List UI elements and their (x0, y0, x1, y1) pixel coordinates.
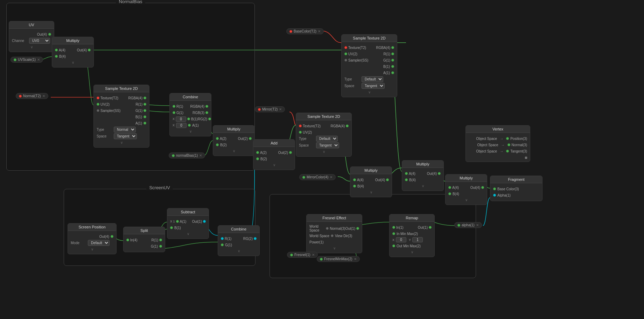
fresnelminmax-port[interactable] (320, 258, 323, 261)
st2-expand[interactable]: ∨ (344, 90, 394, 95)
sub-out[interactable] (203, 220, 206, 223)
m4-a-in[interactable] (405, 172, 408, 175)
m5-out[interactable] (481, 186, 484, 189)
st2-b-out[interactable] (391, 65, 394, 68)
m3-a-in[interactable] (353, 178, 356, 181)
alpha1-port[interactable] (457, 224, 460, 227)
st1-r-out[interactable] (144, 103, 146, 106)
multiply1-expand[interactable]: ∨ (55, 60, 91, 65)
st1-expand[interactable]: ∨ (97, 140, 146, 145)
remap-inminmax-in[interactable] (392, 232, 395, 235)
add1-a-in[interactable] (256, 151, 259, 154)
remap-x-val[interactable]: 0 (396, 237, 406, 242)
c1-expand[interactable]: ∨ (173, 129, 208, 134)
fresnel-effect-expand[interactable]: ∨ (309, 246, 359, 251)
st2-texture-in[interactable] (344, 46, 347, 49)
frag-basecolor-in[interactable] (493, 187, 496, 190)
c1-a-in[interactable] (188, 124, 191, 127)
split-r-out[interactable] (159, 239, 162, 241)
m5-a-in[interactable] (448, 186, 451, 189)
st3-expand[interactable]: ∨ (299, 149, 349, 154)
st2-sampler-in[interactable] (344, 59, 347, 62)
uv-expand[interactable]: ∨ (12, 44, 51, 50)
st1-space-select[interactable]: Tangent (114, 133, 137, 139)
multiply1-out[interactable] (88, 49, 91, 51)
uvscale-close[interactable]: ✕ (37, 58, 40, 62)
basecolor-close[interactable]: ✕ (318, 29, 321, 33)
alpha1-close[interactable]: ✕ (476, 223, 479, 227)
st1-uv-in[interactable] (97, 103, 99, 106)
mirrorcolor-close[interactable]: ✕ (330, 175, 332, 179)
subtract-expand[interactable]: ∨ (170, 231, 206, 236)
multiply1-b-in[interactable] (55, 55, 58, 58)
fresnelminmax-close[interactable]: ✕ (354, 257, 357, 261)
st3-texture-in[interactable] (299, 125, 302, 127)
mirrort2-port[interactable] (258, 108, 261, 111)
c2-g-in[interactable] (221, 243, 224, 246)
m3-b-in[interactable] (353, 185, 356, 187)
m4-expand[interactable]: ∨ (405, 183, 441, 189)
m5-b-in[interactable] (448, 192, 451, 195)
multiply1-a-in[interactable] (55, 49, 58, 51)
sub-b-in[interactable] (170, 226, 173, 229)
uv-channel-select[interactable]: UV0 (29, 38, 50, 44)
remap-outminmax-in[interactable] (392, 244, 395, 247)
remap-y-val[interactable]: 1 (412, 237, 423, 242)
vertex-pos-out[interactable] (506, 137, 509, 140)
st3-rgba-out[interactable] (346, 125, 349, 127)
remap-out[interactable] (429, 226, 432, 229)
combine2-expand[interactable]: ∨ (221, 248, 257, 254)
normalt2-close[interactable]: ✕ (42, 94, 45, 98)
mirrorcolor-port[interactable] (302, 176, 305, 179)
vertex-normal-out[interactable] (507, 143, 510, 146)
mirrort2-close[interactable]: ✕ (279, 107, 282, 111)
frag-alpha-in[interactable] (493, 194, 496, 197)
m5-expand[interactable]: ∨ (448, 197, 484, 203)
m3-expand[interactable]: ∨ (353, 190, 389, 195)
c2-r-in[interactable] (221, 237, 224, 240)
c1-r-in[interactable] (173, 105, 175, 108)
st1-texture-in[interactable] (97, 97, 99, 99)
uv-out-port[interactable] (48, 33, 51, 36)
m4-b-in[interactable] (405, 178, 408, 181)
st2-type-select[interactable]: Default (362, 76, 383, 82)
basecolor-port[interactable] (289, 30, 292, 33)
st1-a-out[interactable] (144, 122, 146, 125)
c2-rg-out[interactable] (254, 237, 257, 240)
st2-rgba-out[interactable] (391, 46, 394, 49)
m4-out[interactable] (438, 172, 441, 175)
fe-normal-in[interactable] (326, 227, 329, 230)
c1-b-in[interactable] (187, 118, 190, 120)
add1-out[interactable] (289, 151, 292, 154)
screen-pos-mode-select[interactable]: Default (88, 240, 110, 246)
m2-out[interactable] (249, 137, 252, 140)
st1-rgba-out[interactable] (144, 97, 146, 99)
add1-expand[interactable]: ∨ (256, 162, 292, 168)
fe-out[interactable] (356, 227, 359, 230)
add1-b-in[interactable] (256, 157, 259, 160)
st2-r-out[interactable] (391, 52, 394, 55)
c1-rgb-out[interactable] (205, 111, 208, 114)
c1-rg-out[interactable] (208, 118, 211, 120)
split-in[interactable] (126, 239, 129, 241)
st1-g-out[interactable] (144, 109, 146, 112)
st3-uv-in[interactable] (299, 131, 302, 134)
fresnel-badge-port[interactable] (290, 254, 293, 256)
normalt2-port[interactable] (19, 95, 22, 98)
screen-pos-out[interactable] (111, 235, 113, 238)
remap-expand[interactable]: ∨ (392, 249, 432, 255)
c1-g-in[interactable] (173, 111, 175, 114)
c1-rgba-out[interactable] (205, 105, 208, 108)
sub-a-in[interactable] (176, 220, 179, 223)
c1-x-val[interactable]: 0 (176, 116, 186, 122)
st2-g-out[interactable] (391, 59, 394, 62)
split-g-out[interactable] (159, 245, 162, 248)
screen-pos-expand[interactable]: ∨ (71, 247, 113, 252)
normalbias-port[interactable] (172, 154, 175, 157)
m2-b-in[interactable] (216, 143, 219, 146)
remap-in-port[interactable] (392, 226, 395, 229)
vertex-tangent-out[interactable] (506, 150, 509, 153)
st1-sampler-in[interactable] (97, 109, 99, 112)
st2-a-out[interactable] (391, 71, 394, 74)
m2-expand[interactable]: ∨ (216, 148, 252, 154)
